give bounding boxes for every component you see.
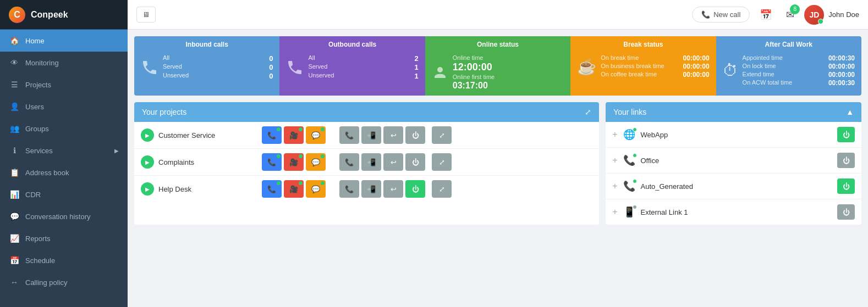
sidebar-item-services[interactable]: ℹ Services ▶: [0, 139, 128, 161]
page-content: Inbound calls All 0 Served 0: [128, 30, 868, 307]
sidebar-item-cdr[interactable]: 📊 CDR: [0, 183, 128, 205]
project-actions-group2: 📞 📲 ↩ ⏻: [339, 126, 425, 144]
link-row: + 🌐 WebApp ⏻: [606, 122, 861, 148]
project-transfer-button[interactable]: ↩: [383, 153, 403, 171]
sidebar-item-calling-policy[interactable]: ↔ Calling policy: [0, 271, 128, 293]
sidebar-nav: 🏠 Home 👁 Monitoring ☰ Projects 👤 Users 👥…: [0, 30, 128, 307]
sidebar-item-groups[interactable]: 👥 Groups: [0, 118, 128, 139]
user-info[interactable]: JD John Doe: [804, 5, 859, 25]
project-chat-button[interactable]: 💬: [306, 180, 326, 198]
links-collapse-icon[interactable]: ▲: [846, 108, 854, 116]
projects-header: Your projects ⤢: [134, 102, 599, 122]
sidebar-item-home[interactable]: 🏠 Home: [0, 30, 128, 52]
acw-section: After Call Work ⏱ Appointed time 00:00:3…: [716, 36, 861, 96]
svg-point-0: [437, 67, 443, 72]
project-power-button[interactable]: ⏻: [405, 153, 425, 171]
outbound-title: Outbound calls: [286, 41, 418, 51]
sidebar-item-schedule[interactable]: 📅 Schedule: [0, 249, 128, 271]
monitor-button[interactable]: 🖥: [136, 7, 156, 23]
sidebar-item-conversation-history[interactable]: 💬 Conversation history: [0, 205, 128, 227]
groups-icon: 👥: [9, 124, 20, 133]
project-grid-button[interactable]: ⤢: [432, 180, 452, 198]
project-call-button[interactable]: 📞: [262, 153, 282, 171]
project-chat-button[interactable]: 💬: [306, 153, 326, 171]
inbound-body: All 0 Served 0 Unserved 0: [141, 54, 273, 81]
link-expand-button[interactable]: +: [612, 130, 617, 139]
inbound-served-row: Served 0: [163, 63, 273, 71]
link-power-button[interactable]: ⏻: [837, 127, 855, 142]
calendar-icon: 📅: [760, 9, 772, 20]
link-expand-button[interactable]: +: [612, 181, 617, 191]
project-grid-button[interactable]: ⤢: [432, 126, 452, 144]
project-chat-button[interactable]: 💬: [306, 126, 326, 144]
project-transfer-button[interactable]: ↩: [383, 126, 403, 144]
webapp-icon: 🌐: [623, 129, 635, 141]
project-video-button[interactable]: 🎥: [284, 153, 304, 171]
sidebar-item-monitoring[interactable]: 👁 Monitoring: [0, 52, 128, 74]
notifications-button[interactable]: ✉ 8: [782, 7, 799, 23]
project-call-button[interactable]: 📞: [262, 180, 282, 198]
user-name: John Doe: [828, 10, 859, 19]
projects-card: Your projects ⤢ ▶ Customer Service 📞 🎥 💬…: [134, 102, 599, 225]
sidebar-item-label: Home: [25, 37, 45, 45]
link-name: WebApp: [641, 131, 832, 139]
sidebar-item-address-book[interactable]: 📋 Address book: [0, 161, 128, 183]
sidebar-item-reports[interactable]: 📈 Reports: [0, 227, 128, 249]
link-name: Office: [641, 157, 832, 165]
app-logo: C Conpeek: [0, 0, 128, 30]
sidebar-item-users[interactable]: 👤 Users: [0, 96, 128, 118]
project-power-button[interactable]: ⏻: [405, 126, 425, 144]
sidebar-item-label: Projects: [25, 81, 51, 89]
project-video-button[interactable]: 🎥: [284, 126, 304, 144]
link-power-button[interactable]: ⏻: [837, 204, 855, 220]
link-status-dot: [633, 127, 637, 132]
calendar-button[interactable]: 📅: [755, 7, 776, 23]
project-phone-in-button[interactable]: 📞: [339, 153, 359, 171]
project-actions-group2: 📞 📲 ↩ ⏻: [339, 153, 425, 171]
project-phone-in-button[interactable]: 📞: [339, 180, 359, 198]
link-power-button[interactable]: ⏻: [837, 178, 855, 194]
sidebar-item-label: Groups: [25, 125, 49, 133]
projects-expand-icon[interactable]: ⤢: [585, 108, 591, 116]
project-actions-group1: 📞 🎥 💬: [262, 126, 326, 144]
link-power-button[interactable]: ⏻: [837, 153, 855, 168]
autogenerated-icon: 📞: [623, 180, 635, 192]
sidebar-item-label: Calling policy: [25, 278, 68, 287]
cdr-icon: 📊: [9, 190, 20, 199]
link-row: + 📱 External Link 1 ⏻: [606, 199, 861, 225]
project-name: Help Desk: [158, 185, 257, 193]
schedule-icon: 📅: [9, 256, 20, 265]
links-title: Your links: [613, 108, 646, 116]
new-call-label: New call: [713, 10, 740, 19]
project-play-button[interactable]: ▶: [141, 182, 154, 196]
project-actions-group2: 📞 📲 ↩ ⏻: [339, 180, 425, 198]
project-play-button[interactable]: ▶: [141, 155, 154, 169]
project-phone-out-button[interactable]: 📲: [361, 126, 381, 144]
project-phone-out-button[interactable]: 📲: [361, 180, 381, 198]
project-play-button[interactable]: ▶: [141, 129, 154, 142]
project-power-on-button[interactable]: ⏻: [405, 180, 425, 198]
link-expand-button[interactable]: +: [612, 155, 617, 165]
link-expand-button[interactable]: +: [612, 207, 617, 217]
new-call-button[interactable]: 📞 New call: [692, 7, 750, 23]
acw-icon: ⏱: [723, 54, 738, 87]
chevron-right-icon: ▶: [114, 148, 119, 154]
project-call-button[interactable]: 📞: [262, 126, 282, 144]
link-row: + 📞 Office ⏻: [606, 148, 861, 174]
project-row: ▶ Complaints 📞 🎥 💬 📞 📲 ↩ ⏻ ⤢: [134, 149, 599, 176]
sidebar: C Conpeek 🏠 Home 👁 Monitoring ☰ Projects…: [0, 0, 128, 307]
project-video-button[interactable]: 🎥: [284, 180, 304, 198]
project-transfer-button[interactable]: ↩: [383, 180, 403, 198]
outbound-calls-section: Outbound calls All 2 Served 1: [279, 36, 425, 96]
project-phone-out-button[interactable]: 📲: [361, 153, 381, 171]
inbound-calls-section: Inbound calls All 0 Served 0: [134, 36, 279, 96]
sidebar-item-projects[interactable]: ☰ Projects: [0, 74, 128, 96]
office-icon: 📞: [623, 154, 635, 166]
stats-bar: Inbound calls All 0 Served 0: [134, 36, 861, 96]
project-grid-button[interactable]: ⤢: [432, 153, 452, 171]
outbound-icon: [286, 54, 304, 81]
project-phone-in-button[interactable]: 📞: [339, 126, 359, 144]
external-link-icon: 📱: [623, 206, 635, 218]
monitoring-icon: 👁: [9, 58, 20, 67]
monitor-icon: 🖥: [142, 10, 150, 19]
